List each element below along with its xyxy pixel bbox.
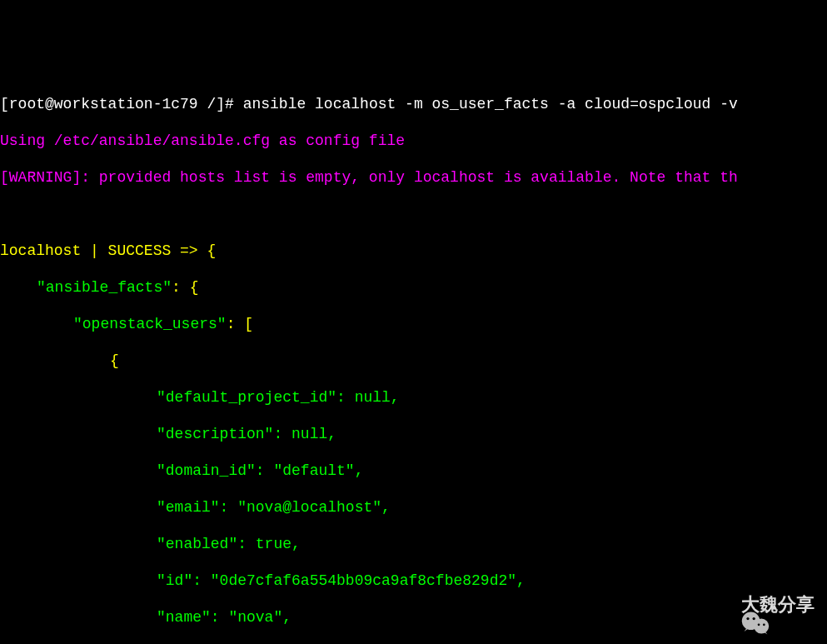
- config-file-line: Using /etc/ansible/ansible.cfg as config…: [0, 132, 827, 150]
- user-field: "email": "nova@localhost",: [0, 498, 827, 517]
- user-field: "id": "0de7cfaf6a554bb09ca9af8cfbe829d2"…: [0, 572, 827, 590]
- svg-point-1: [747, 617, 750, 620]
- openstack-users-key: "openstack_users": [73, 316, 227, 332]
- svg-point-5: [763, 623, 765, 626]
- svg-point-2: [753, 617, 755, 620]
- terminal-output: [root@workstation-1c79 /]# ansible local…: [0, 73, 827, 644]
- ansible-facts-key: "ansible_facts": [37, 279, 172, 296]
- command-input: ansible localhost -m os_user_facts -a cl…: [243, 96, 738, 112]
- shell-prompt: [root@workstation-1c79 /]#: [0, 96, 243, 112]
- warning-line: [WARNING]: provided hosts list is empty,…: [0, 168, 827, 187]
- svg-point-4: [758, 623, 760, 626]
- user-field: "default_project_id": null,: [0, 388, 827, 407]
- svg-point-3: [754, 619, 769, 634]
- wechat-icon: [705, 592, 735, 617]
- user-field: "name": "nova",: [0, 608, 827, 627]
- user-field: "domain_id": "default",: [0, 462, 827, 480]
- watermark: 大魏分享: [705, 592, 815, 617]
- user-field: "enabled": true,: [0, 535, 827, 553]
- success-header: localhost | SUCCESS => {: [0, 242, 216, 259]
- user-field: "description": null,: [0, 425, 827, 443]
